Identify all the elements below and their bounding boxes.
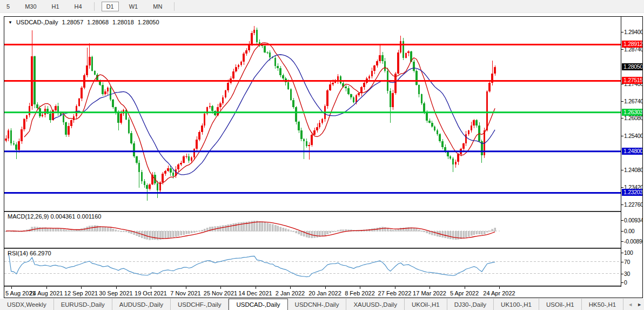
tab-uk100-h1[interactable]: UK100-,H1 (494, 299, 539, 310)
tab-xauusd-daily[interactable]: XAUUSD-,Daily (346, 299, 405, 310)
price-tick-mark (621, 49, 623, 50)
macd-indicator-label: MACD(12,26,9) 0.004361 0.001160 (8, 213, 101, 220)
date-tick-mark (186, 287, 186, 289)
candlestick-chart (4, 17, 621, 211)
price-axis: 1.294001.287401.274001.267401.260801.254… (621, 17, 643, 287)
tab-usdcnh-daily[interactable]: USDCNH-,Daily (288, 299, 347, 310)
date-tick-mark (256, 287, 256, 289)
macd-axis-label: -0.008902 (624, 238, 643, 245)
price-tick-label: 1.24080 (624, 167, 643, 173)
current-price-badge: 1.28050 (622, 63, 643, 70)
price-tick-mark (621, 118, 623, 118)
price-tick-mark (621, 170, 623, 170)
date-tick-mark (360, 287, 360, 289)
date-tick-mark (325, 287, 326, 289)
chart-title: ▼ USDCAD-,Daily 1.28057 1.28068 1.28018 … (8, 19, 159, 25)
date-tick-mark (81, 287, 82, 289)
date-tick-label: 20 Jan 2022 (308, 290, 341, 296)
rsi-tick-mark (621, 274, 623, 274)
tab-audusd-daily[interactable]: AUDUSD-,Daily (112, 299, 171, 310)
date-tick-mark (290, 287, 291, 289)
quote-close: 1.28050 (138, 19, 159, 25)
macd-tick-mark (621, 231, 623, 232)
rsi-axis-label: 100 (624, 249, 633, 256)
tab-eurusd-daily[interactable]: EURUSD-,Daily (54, 299, 112, 310)
date-tick-label: 30 Sep 2021 (99, 290, 132, 296)
candles (5, 26, 496, 201)
price-line-badge: 1.26303 (622, 109, 643, 116)
date-tick-mark (220, 287, 221, 289)
price-line-badge: 1.28912 (622, 41, 643, 48)
rsi-tick-mark (621, 282, 623, 283)
tab-hk50-h1[interactable]: HK50-,H1 (582, 299, 624, 310)
chart-symbol-label: USDCAD-,Daily (16, 19, 58, 25)
timeframe-h4[interactable]: H4 (70, 2, 87, 11)
rsi-chart (4, 249, 621, 286)
rsi-tick-mark (621, 262, 623, 262)
price-line-badge: 1.27515 (622, 77, 643, 84)
date-tick-mark (46, 287, 47, 289)
main-chart-plot[interactable] (4, 17, 621, 211)
date-tick-label: 12 Sep 2021 (64, 290, 98, 296)
price-line-badge: 1.23203 (622, 189, 643, 196)
horizontal-line-1.26303[interactable] (4, 111, 621, 113)
trading-app: 5M30H1H4D1W1MN ▼ USDCAD-,Daily 1.28057 1… (0, 0, 644, 310)
macd-axis-label: 0.00 (624, 228, 634, 234)
date-tick-label: 8 Feb 2022 (345, 290, 375, 296)
tab-scroll-right-icon[interactable]: ► (637, 302, 642, 307)
horizontal-line-1.28912[interactable] (4, 44, 621, 45)
price-tick-label: 1.25400 (624, 133, 643, 139)
date-tick-label: 5 Apr 2022 (450, 290, 479, 296)
date-tick-label: 7 Nov 2021 (170, 290, 200, 296)
tab-usdx-weekly[interactable]: USDX,Weekly (0, 299, 54, 310)
date-tick-mark (395, 287, 395, 289)
timeframe-toolbar: 5M30H1H4D1W1MN (0, 0, 644, 13)
price-tick-mark (621, 187, 623, 188)
timeframe-w1[interactable]: W1 (124, 2, 143, 11)
tab-usoil-h1[interactable]: USOil-,H1 (539, 299, 582, 310)
chart-window: ▼ USDCAD-,Daily 1.28057 1.28068 1.28018 … (4, 16, 643, 298)
date-tick-label: 24 Aug 2021 (30, 290, 63, 296)
price-tick-label: 1.26740 (624, 98, 643, 104)
price-line-badge: 1.24800 (622, 148, 643, 155)
timeframe-d1[interactable]: D1 (102, 2, 119, 11)
date-tick-label: 14 Dec 2021 (238, 290, 272, 296)
horizontal-line-1.248[interactable] (4, 150, 621, 152)
rsi-line (9, 253, 495, 277)
price-tick-mark (621, 32, 623, 32)
horizontal-line-1.23203[interactable] (4, 192, 621, 194)
tab-usdchf-daily[interactable]: USDCHF-,Daily (171, 299, 229, 310)
price-tick-mark (621, 136, 623, 136)
timeframe-m30[interactable]: M30 (20, 2, 41, 11)
timeframe-h1[interactable]: H1 (47, 2, 64, 11)
tab-scroll-arrows: ◄► (623, 299, 644, 310)
price-tick-label: 1.22760 (624, 201, 643, 208)
date-tick-label: 19 Oct 2021 (135, 290, 167, 296)
quote-low: 1.28018 (112, 19, 134, 25)
tab-scroll-left-icon[interactable]: ◄ (628, 302, 633, 307)
date-tick-mark (116, 287, 117, 289)
toolbar-separator (94, 2, 95, 11)
macd-histogram (5, 221, 496, 240)
price-tick-mark (621, 101, 623, 102)
price-tick-label: 1.29400 (624, 29, 643, 35)
tab-usdcad-daily[interactable]: USDCAD-,Daily (229, 299, 287, 310)
quote-open: 1.28057 (62, 19, 84, 25)
tab-dj30-daily[interactable]: DJ30-,Daily (447, 299, 494, 310)
date-tick-mark (11, 287, 12, 289)
price-tick-label: 1.26080 (624, 115, 643, 121)
toolbar-separator (174, 2, 175, 11)
macd-tick-mark (621, 220, 623, 221)
symbol-tabbar: USDX,WeeklyEURUSD-,DailyAUDUSD-,DailyUSD… (0, 299, 644, 310)
chart-dropdown-icon[interactable]: ▼ (8, 20, 12, 25)
horizontal-line-1.27515[interactable] (4, 80, 621, 82)
moving-average-slow (53, 55, 495, 175)
rsi-tick-mark (621, 253, 623, 253)
tab-ukoil-h1[interactable]: UKOil-,H1 (405, 299, 447, 310)
rsi-axis-label: 30 (624, 271, 630, 277)
rsi-axis-label: 70 (624, 259, 630, 265)
price-tick-mark (621, 205, 623, 205)
timeframe-mn[interactable]: MN (148, 2, 167, 11)
rsi-plot[interactable] (4, 249, 621, 286)
timeframe-5[interactable]: 5 (2, 2, 15, 11)
